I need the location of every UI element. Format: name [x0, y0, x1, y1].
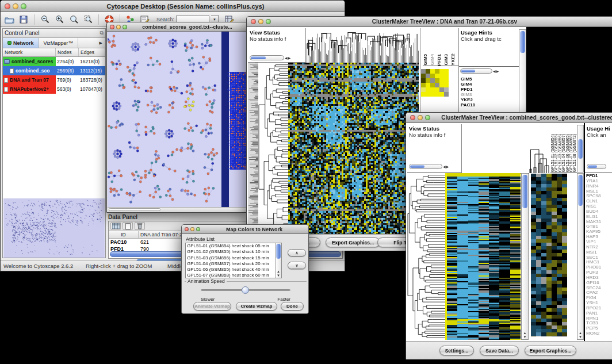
column-dendrogram[interactable] [306, 28, 419, 63]
scroll-up-icon[interactable]: ▲ [277, 270, 280, 273]
close-icon[interactable] [251, 19, 256, 24]
minimize-icon[interactable] [13, 3, 18, 9]
attribute-list-item[interactable]: GPL51-06 (GSM865) heat shock 40 min [186, 267, 275, 273]
heatmap-vscrollbar[interactable]: ▲▼ [521, 173, 529, 340]
zoom-out-icon[interactable] [39, 14, 51, 25]
animate-vizmap-button[interactable]: Animate Vizmap [193, 302, 231, 311]
gene-label[interactable]: MON2 [586, 331, 601, 336]
open-file-icon[interactable] [3, 14, 16, 25]
gene-list-vscrollbar[interactable]: ▲▼ [577, 173, 584, 340]
delete-attribute-icon[interactable] [135, 222, 145, 230]
zoom-window-icon[interactable] [21, 3, 26, 9]
minimize-icon[interactable] [258, 19, 263, 24]
column-header[interactable]: Nodes [56, 48, 79, 56]
create-vizmap-button[interactable]: Create Vizmap [236, 302, 277, 311]
scroll-left-icon[interactable]: ◀ [493, 69, 496, 74]
attribute-list-item[interactable]: GPL51-01 (GSM854) heat shock 05 min [186, 243, 275, 249]
network-overview-thumbnail[interactable] [3, 198, 105, 258]
scroll-left-icon[interactable]: ◀ [443, 164, 446, 169]
save-icon[interactable] [17, 14, 30, 25]
column-header[interactable]: Network [3, 48, 56, 56]
move-down-button[interactable]: ∨ [288, 262, 306, 269]
scroll-right-icon[interactable]: ▶ [446, 164, 449, 169]
done-button[interactable]: Done [281, 302, 304, 311]
minimize-icon[interactable] [116, 25, 121, 29]
gene-label[interactable]: PAC10 [461, 102, 475, 108]
view-status-scrollbar[interactable]: ◀ ▶ [250, 55, 290, 60]
minimize-icon[interactable] [418, 115, 423, 120]
tab-network[interactable]: Network [3, 38, 39, 48]
labels-vscrollbar[interactable] [577, 125, 584, 173]
expression-heatmap[interactable] [288, 63, 419, 234]
correlation-matrix-heatmap[interactable] [421, 69, 449, 97]
scroll-left-icon[interactable]: ◀ [285, 56, 288, 60]
animation-speed-slider[interactable] [201, 289, 290, 291]
row-dendrogram[interactable] [258, 63, 288, 234]
close-icon[interactable] [410, 115, 415, 120]
scroll-right-icon[interactable]: ▶ [496, 69, 499, 74]
move-up-button[interactable]: ∧ [288, 249, 306, 256]
export-graphics-button[interactable]: Export Graphics... [326, 237, 380, 247]
column-header[interactable]: Edges [79, 48, 105, 56]
attribute-select-icon[interactable] [110, 222, 121, 230]
scroll-up-icon[interactable]: ▲ [579, 331, 582, 335]
settings-button[interactable]: Settings... [439, 346, 474, 355]
scroll-down-icon[interactable]: ▼ [277, 274, 280, 277]
close-icon[interactable] [185, 227, 189, 231]
gene-label[interactable]: PFD1 [461, 87, 475, 92]
column-label: GPL51-08 (GSM872) [572, 134, 576, 172]
network-table-row[interactable]: combined_sco2569(6)13112(15) [3, 66, 105, 75]
zoom-in-icon[interactable] [53, 14, 66, 25]
zoom-window-icon[interactable] [196, 227, 200, 231]
float-panel-icon[interactable]: ⧉ [100, 30, 104, 36]
zoom-window-icon[interactable] [266, 19, 271, 24]
row-dendrogram[interactable] [407, 173, 445, 340]
gene-label[interactable]: GIM5 [461, 76, 475, 82]
gene-label[interactable]: YKE2 [461, 97, 475, 102]
gene-list-scrollbar[interactable]: ◀ ▶ [460, 68, 499, 74]
row-labels-strip[interactable] [248, 63, 258, 234]
column-dendrogram[interactable] [462, 124, 550, 174]
scroll-down-icon[interactable]: ▼ [579, 335, 582, 339]
attribute-list-item[interactable]: GPL51-07 (GSM868) heat shock 60 min [186, 273, 275, 278]
treeview1-title-bar[interactable]: ClusterMaker TreeView : DNA and Tran 07-… [247, 17, 612, 27]
zoom-window-icon[interactable] [425, 115, 430, 120]
network-window-title-bar[interactable]: combined_scores_good.txt--cluste... [107, 22, 247, 32]
zoom-fit-icon[interactable] [82, 14, 94, 25]
dialog-title-bar[interactable]: Map Colors to Network [182, 225, 308, 234]
scroll-up-icon[interactable]: ▲ [523, 331, 527, 335]
attribute-list-item[interactable]: GPL51-03 (GSM856) heat shock 15 min [186, 255, 275, 261]
slider-thumb[interactable] [242, 286, 249, 294]
network-table-row[interactable]: DNA and Tran 07769(0)183728(0) [3, 75, 105, 85]
close-icon[interactable] [5, 3, 10, 9]
tab-overflow-icon[interactable]: ▶ [97, 38, 105, 48]
zoom-window-icon[interactable] [123, 25, 127, 29]
network-canvas[interactable] [108, 32, 247, 207]
gene-label[interactable]: GIM3 [461, 92, 475, 97]
export-graphics-button[interactable]: Export Graphics... [525, 346, 576, 355]
attribute-list-scrollbar[interactable]: ▲▼ [275, 243, 281, 278]
gene-label[interactable]: GIM4 [461, 82, 475, 87]
secondary-heatmap[interactable] [531, 174, 567, 336]
treeview2-button-bar: Settings... Save Data... Export Graphics… [406, 341, 612, 359]
id-column-header[interactable]: ID [109, 231, 139, 238]
tab-vizmapper[interactable]: VizMapper™ [39, 38, 79, 48]
scroll-right-icon[interactable]: ▶ [288, 56, 291, 60]
view-status-scrollbar[interactable]: ◀ ▶ [409, 164, 449, 169]
network-table-row[interactable]: combined_scores2764(0)16218(0) [3, 57, 105, 66]
attribute-list-item[interactable]: GPL51-04 (GSM857) heat shock 20 min [186, 261, 275, 267]
attribute-list-item[interactable]: GPL51-02 (GSM855) heat shock 10 min [186, 249, 275, 255]
save-data-button[interactable]: Save Data... [480, 346, 519, 355]
minimize-icon[interactable] [190, 227, 194, 231]
zoom-selected-icon[interactable] [67, 14, 80, 25]
close-icon[interactable] [110, 25, 114, 29]
expression-heatmap[interactable] [447, 173, 521, 340]
rotated-column-labels: GIM5GIM4PFD1GIM3YKE2PAC10 [423, 28, 458, 66]
main-title-bar[interactable]: Cytoscape Desktop (Session Name: collins… [1, 1, 345, 12]
treeview2-title-bar[interactable]: ClusterMaker TreeView : combined_scores_… [406, 113, 612, 123]
usage-hints-scrollbar[interactable] [587, 164, 606, 169]
scroll-down-icon[interactable]: ▼ [523, 335, 527, 339]
network-hscrollbar[interactable] [108, 207, 247, 212]
network-table-row[interactable]: RNAPuberNov2+563(0)107847(0) [3, 85, 105, 94]
new-attribute-icon[interactable] [123, 222, 133, 230]
